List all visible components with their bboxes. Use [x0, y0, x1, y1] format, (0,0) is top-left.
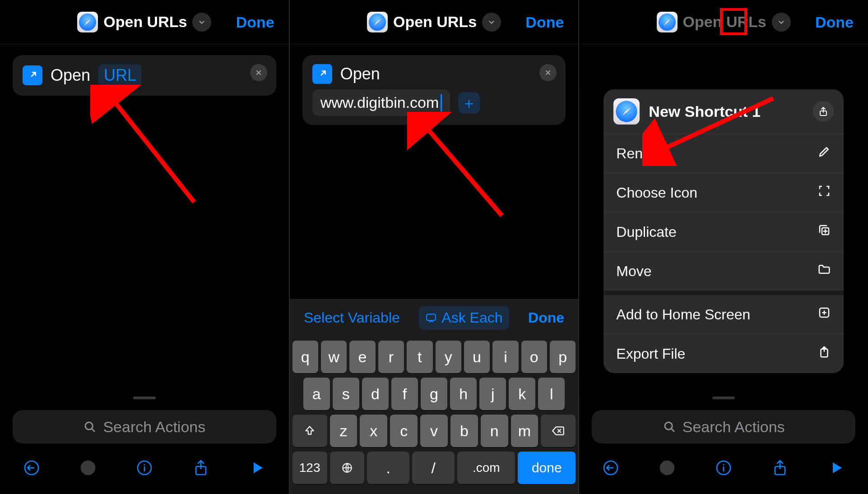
- key-r[interactable]: r: [378, 341, 404, 373]
- search-icon: [663, 420, 676, 434]
- keyboard-done-button[interactable]: Done: [528, 309, 564, 326]
- key-g[interactable]: g: [421, 378, 447, 410]
- dot-key[interactable]: .: [367, 452, 409, 484]
- popover-share-button[interactable]: [813, 101, 834, 122]
- svg-line-2: [108, 94, 194, 202]
- menu-item-label: Add to Home Screen: [616, 306, 750, 323]
- share-button[interactable]: [189, 456, 213, 480]
- open-action-tile-icon: [312, 64, 332, 84]
- title-chevron-button[interactable]: [772, 13, 791, 32]
- key-t[interactable]: t: [407, 341, 432, 373]
- annotation-arrow: [407, 112, 515, 229]
- content-area: New Shortcut 1 RenameChoose IconDuplicat…: [579, 44, 868, 397]
- url-token[interactable]: URL: [98, 64, 142, 87]
- key-o[interactable]: o: [521, 341, 547, 373]
- safari-app-icon: [657, 12, 678, 32]
- key-u[interactable]: u: [464, 341, 490, 373]
- title-group[interactable]: Open URLs: [657, 12, 791, 32]
- keyboard-done-key[interactable]: done: [518, 452, 576, 484]
- key-w[interactable]: w: [321, 341, 347, 373]
- close-icon: [255, 69, 262, 76]
- delete-action-button[interactable]: [250, 64, 267, 81]
- title-group[interactable]: Open URLs: [367, 12, 501, 32]
- key-z[interactable]: z: [330, 415, 357, 447]
- info-button[interactable]: [133, 456, 156, 480]
- share-button[interactable]: [768, 456, 792, 480]
- ask-each-time-button[interactable]: Ask Each: [419, 306, 509, 330]
- key-i[interactable]: i: [492, 341, 518, 373]
- menu-item-label: Choose Icon: [616, 185, 697, 201]
- key-p[interactable]: p: [550, 341, 576, 373]
- backspace-key[interactable]: [541, 415, 576, 447]
- title-group[interactable]: Open URLs: [77, 12, 211, 32]
- panel-shortcut-menu: Open URLs Done New Shortcut 1 RenameChoo…: [578, 0, 868, 494]
- numeric-key[interactable]: 123: [292, 452, 327, 484]
- done-button[interactable]: Done: [525, 13, 564, 31]
- done-button[interactable]: Done: [815, 13, 854, 31]
- key-l[interactable]: l: [538, 378, 565, 410]
- content-area: Open www.digitbin.com ＋: [290, 44, 579, 299]
- keyboard-row-2: asdfghjkl: [292, 378, 576, 410]
- safari-app-icon: [77, 12, 98, 32]
- sheet-grabber[interactable]: [133, 397, 156, 399]
- key-f[interactable]: f: [391, 378, 418, 410]
- key-e[interactable]: e: [349, 341, 375, 373]
- panel-open-url-token: Open URLs Done Open URL: [0, 0, 289, 494]
- info-icon: [715, 459, 733, 477]
- key-j[interactable]: j: [479, 378, 506, 410]
- dotcom-key[interactable]: .com: [457, 452, 515, 484]
- menu-item-duplicate[interactable]: Duplicate: [603, 212, 844, 252]
- search-actions-field[interactable]: Search Actions: [13, 410, 276, 443]
- menu-item-rename[interactable]: Rename: [603, 134, 844, 173]
- popover-divider: [603, 291, 844, 295]
- key-h[interactable]: h: [450, 378, 477, 410]
- undo-button[interactable]: [20, 456, 43, 480]
- globe-key[interactable]: [330, 452, 365, 484]
- key-s[interactable]: s: [333, 378, 359, 410]
- title-chevron-button[interactable]: [482, 13, 501, 32]
- key-a[interactable]: a: [303, 378, 330, 410]
- slash-key[interactable]: /: [412, 452, 455, 484]
- done-button[interactable]: Done: [236, 13, 274, 31]
- url-input[interactable]: www.digitbin.com: [312, 89, 450, 116]
- popover-header: New Shortcut 1: [603, 89, 844, 134]
- sheet-grabber[interactable]: [712, 397, 735, 399]
- page-title: Open URLs: [393, 13, 477, 31]
- key-m[interactable]: m: [511, 415, 538, 447]
- toolbar: [592, 452, 855, 484]
- key-q[interactable]: q: [292, 341, 318, 373]
- add-url-button[interactable]: ＋: [458, 92, 480, 114]
- key-b[interactable]: b: [450, 415, 478, 447]
- key-n[interactable]: n: [481, 415, 508, 447]
- menu-item-choose-icon[interactable]: Choose Icon: [603, 173, 844, 212]
- key-d[interactable]: d: [362, 378, 389, 410]
- key-x[interactable]: x: [360, 415, 387, 447]
- undo-button[interactable]: [599, 456, 622, 480]
- menu-item-export-file[interactable]: Export File: [603, 334, 844, 373]
- redo-icon: [79, 459, 97, 477]
- info-button[interactable]: [712, 456, 735, 480]
- menu-item-move[interactable]: Move: [603, 252, 844, 291]
- menu-item-add-to-home-screen[interactable]: Add to Home Screen: [603, 295, 844, 334]
- title-chevron-button[interactable]: [192, 13, 211, 32]
- key-y[interactable]: y: [436, 341, 461, 373]
- undo-icon: [23, 459, 41, 477]
- search-icon: [83, 420, 97, 434]
- key-v[interactable]: v: [420, 415, 448, 447]
- bottom-area: Search Actions: [0, 397, 289, 494]
- safari-app-icon: [367, 12, 388, 32]
- shift-key[interactable]: [292, 415, 327, 447]
- key-c[interactable]: c: [390, 415, 418, 447]
- redo-button: [655, 456, 679, 480]
- run-button[interactable]: [825, 456, 848, 480]
- keyboard-accessory-bar: Select Variable Ask Each Done: [290, 299, 579, 336]
- select-variable-button[interactable]: Select Variable: [304, 309, 400, 326]
- play-icon: [827, 459, 845, 477]
- search-placeholder: Search Actions: [682, 418, 785, 436]
- key-k[interactable]: k: [509, 378, 535, 410]
- open-url-action-card: Open URL: [13, 55, 276, 96]
- run-button[interactable]: [246, 456, 269, 480]
- search-actions-field[interactable]: Search Actions: [592, 410, 855, 443]
- backspace-icon: [552, 425, 565, 437]
- share-icon: [771, 459, 789, 477]
